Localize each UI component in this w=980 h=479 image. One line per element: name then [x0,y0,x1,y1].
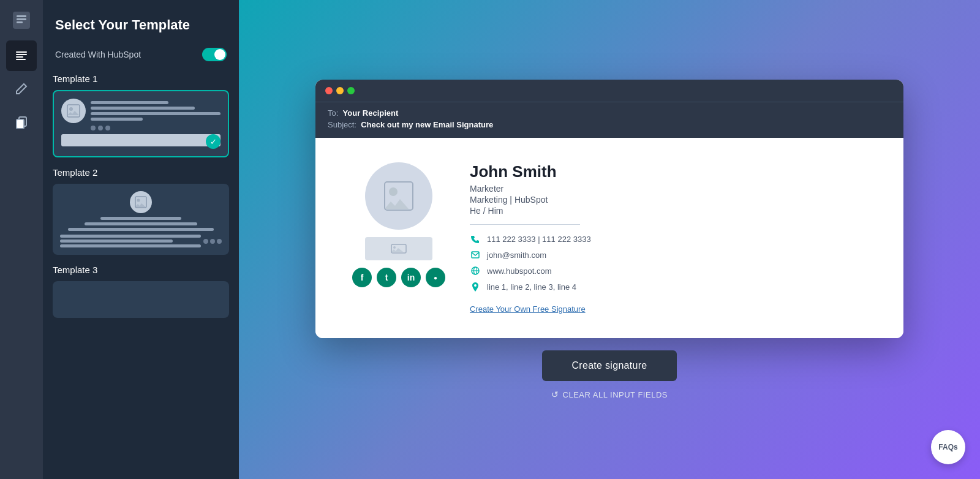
signature-website-row: www.hubspot.com [470,265,867,276]
toolbar-logo[interactable] [6,5,37,36]
phone-icon [470,233,481,244]
signature-address-row: line 1, line 2, line 3, line 4 [470,281,867,292]
toggle-check-icon: ✓ [218,50,224,59]
svg-rect-4 [16,51,27,53]
address-value: line 1, line 2, line 3, line 4 [487,282,576,292]
mock-dot [105,126,110,130]
template2-label: Template 2 [53,167,229,178]
template1-label: Template 1 [53,74,229,84]
svg-point-17 [393,246,396,249]
social-twitter-icon[interactable]: t [377,268,396,287]
signature-name: John Smith [470,162,867,181]
mock-dot [217,239,222,244]
template2-section: Template 2 [43,167,239,265]
mock-line [60,235,201,238]
location-icon [470,281,481,292]
email-header: To: Your Recipient Subject: Check out my… [315,102,903,138]
social-facebook-icon[interactable]: f [352,268,372,287]
signature-email-row: john@smith.com [470,249,867,260]
template1-text-lines [91,99,221,130]
svg-point-15 [389,187,398,196]
sidebar: Select Your Template Created With HubSpo… [43,0,239,479]
signature-pronouns: He / Him [470,206,867,216]
svg-rect-6 [16,56,23,58]
social-instagram-icon[interactable]: ● [426,268,445,287]
svg-point-13 [137,199,140,202]
create-signature-link[interactable]: Create Your Own Free Signature [470,304,867,314]
window-minimize-dot [336,87,344,94]
template3-card[interactable] [53,281,229,318]
faqs-button[interactable]: FAQs [931,430,965,464]
sidebar-title: Select Your Template [43,0,239,43]
mock-line [91,101,168,104]
email-subject-value: Check out my new Email Signature [361,120,493,129]
website-icon [470,265,481,276]
hubspot-toggle-row: Created With HubSpot ✓ [43,43,239,74]
svg-rect-18 [472,252,479,258]
email-subject-line: Subject: Check out my new Email Signatur… [328,120,891,129]
template3-section: Template 3 [43,265,239,328]
clear-fields-button[interactable]: ↺ CLEAR ALL INPUT FIELDS [551,390,668,399]
template2-card[interactable] [53,184,229,255]
window-maximize-dot [347,87,355,94]
signature-right-column: John Smith Marketer Marketing | HubSpot … [470,162,867,314]
template1-banner [61,134,221,146]
signature-avatar [365,162,432,230]
clear-icon: ↺ [551,390,559,399]
signature-company: Marketing | HubSpot [470,195,867,205]
template1-selected-badge: ✓ [206,134,221,149]
mock-line [100,217,181,220]
clear-label: CLEAR ALL INPUT FIELDS [563,390,668,399]
toggle-track[interactable]: ✓ [202,48,227,61]
toggle-switch[interactable]: ✓ [202,48,227,61]
window-close-dot [325,87,333,94]
bottom-actions: Create signature ↺ CLEAR ALL INPUT FIELD… [542,350,676,399]
template2-bottom [60,235,222,247]
mock-line [91,107,195,110]
mock-dot [98,126,103,130]
email-to-value: Your Recipient [343,108,399,118]
mock-line [91,118,143,121]
svg-rect-1 [17,15,26,17]
toggle-label: Created With HubSpot [55,50,141,59]
email-subject-label: Subject: [328,120,356,129]
phone-value: 111 222 3333 | 111 222 3333 [487,235,591,244]
toolbar [0,0,43,479]
svg-rect-2 [17,18,26,20]
signature-divider [470,224,580,225]
email-titlebar [315,80,903,102]
mock-line [60,244,201,247]
signature-phone-row: 111 222 3333 | 111 222 3333 [470,233,867,244]
template1-preview [61,99,221,130]
template2-lines-group [60,235,201,247]
website-value: www.hubspot.com [487,266,552,276]
toolbar-copy-btn[interactable] [6,107,37,137]
mock-line [68,228,214,231]
email-body: f t in ● John Smith Marketer Marketing |… [315,138,903,338]
email-value: john@smith.com [487,251,546,260]
svg-rect-9 [17,119,24,129]
svg-rect-3 [17,21,23,23]
main-content: To: Your Recipient Subject: Check out my… [239,0,980,479]
mock-line [60,240,173,243]
template1-card[interactable]: ✓ [53,90,229,157]
template1-bottom [61,134,221,146]
mock-dot [91,126,96,130]
template2-avatar-placeholder [130,191,152,213]
email-preview-window: To: Your Recipient Subject: Check out my… [315,80,903,338]
create-signature-button[interactable]: Create signature [542,350,676,381]
svg-point-11 [69,107,73,111]
toolbar-text-btn[interactable] [6,40,37,71]
svg-rect-5 [16,54,27,55]
mock-line [85,222,198,225]
social-linkedin-icon[interactable]: in [401,268,421,287]
email-to-line: To: Your Recipient [328,108,891,118]
toolbar-edit-btn[interactable] [6,74,37,104]
template1-section: Template 1 [43,74,239,167]
template2-preview [60,191,222,247]
mock-dot [210,239,215,244]
mock-dot [203,239,208,244]
svg-rect-7 [16,59,26,60]
mock-dots [91,126,221,130]
signature-job-title: Marketer [470,184,867,194]
